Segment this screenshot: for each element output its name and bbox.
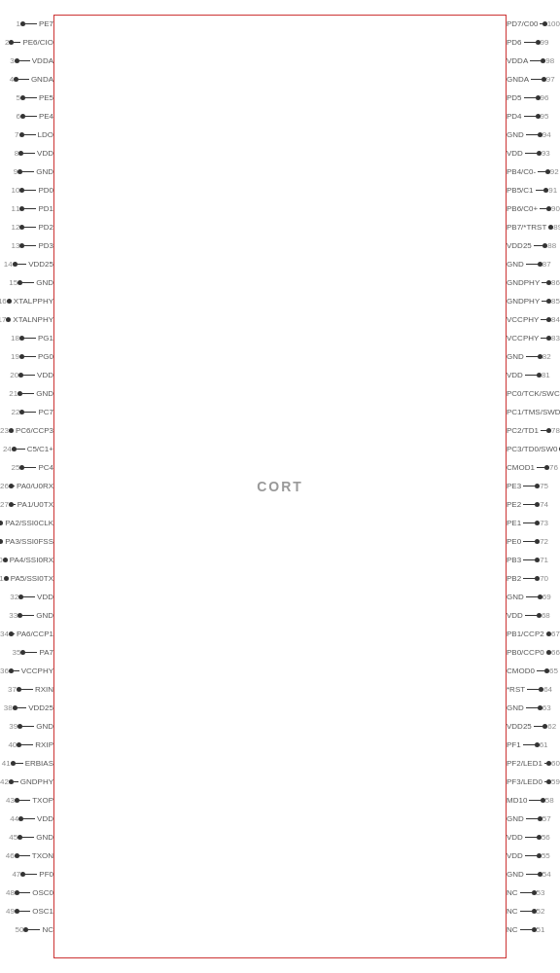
pin-row-right-79: 79 PC1/TMS/SWD10 — [507, 403, 560, 421]
pin-line — [24, 338, 36, 339]
pin-row-right-91: 91 PB5/C1 — [507, 181, 560, 199]
pin-label: PA7 — [37, 648, 53, 657]
pin-row-left-43: 43 TXOP — [0, 791, 53, 810]
pin-number: 50 — [8, 925, 23, 934]
pin-line — [25, 116, 37, 117]
pin-row-right-55: 55 VDD — [507, 847, 560, 865]
pin-label: VDD25 — [26, 260, 53, 269]
pin-row-right-60: 60 PF2/LED1 — [507, 754, 560, 773]
pin-number: 18 — [4, 334, 19, 342]
chip-label-text: CORT — [257, 479, 303, 494]
pin-number: 72 — [540, 537, 555, 546]
pin-number: 100 — [547, 19, 560, 28]
pin-label: PA4/SSI0RX — [8, 556, 53, 564]
pin-line — [524, 42, 536, 43]
pin-number: 73 — [540, 519, 555, 527]
pin-label: GND — [34, 167, 53, 176]
pin-label: PD3 — [36, 241, 53, 250]
pin-label: VDD — [507, 371, 525, 379]
pin-number: 22 — [4, 408, 19, 416]
pins-left: 1 PE7 2 PE6/CIO 3 VDDA 4 GNDA 5 PE5 6 PE… — [0, 15, 53, 939]
pin-label: PF2/LED1 — [507, 759, 544, 768]
pin-number: 1 — [5, 19, 20, 28]
pin-line — [537, 670, 544, 671]
pin-row-right-92: 92 PB4/C0- — [507, 162, 560, 181]
pin-label: PA6/CCP1 — [15, 630, 53, 638]
pin-row-right-94: 94 GND — [507, 126, 560, 144]
pin-row-left-5: 5 PE5 — [0, 89, 53, 107]
pin-label: PC0/TCK/SWCLK — [507, 389, 560, 398]
pin-line — [23, 375, 35, 376]
pin-number: 25 — [4, 463, 19, 472]
pin-number: 21 — [2, 389, 18, 398]
pin-row-right-84: 84 VCCPHY — [507, 310, 560, 329]
pin-line — [526, 818, 538, 819]
pin-label: GND — [507, 352, 526, 361]
pin-label: PC4 — [36, 463, 53, 472]
pin-label: TXOP — [30, 796, 53, 805]
pin-label: VDD — [35, 814, 53, 823]
pin-row-right-61: 61 PF1 — [507, 736, 560, 754]
pin-number: 70 — [540, 574, 555, 583]
pin-row-right-65: 65 CMOD0 — [507, 662, 560, 680]
pin-label: PE2 — [507, 500, 523, 509]
pin-label: PB0/CCP0 — [507, 648, 546, 657]
pin-row-right-98: 98 VDDA — [507, 52, 560, 70]
pin-number: 68 — [542, 611, 557, 620]
pin-number: 46 — [0, 851, 15, 860]
pin-row-right-52: 52 NC — [507, 902, 560, 920]
pin-line — [17, 449, 25, 450]
pin-label: XTALNPHY — [11, 315, 53, 324]
pin-line — [540, 208, 546, 209]
pin-line — [16, 763, 23, 764]
pin-label: PC6/CCP3 — [14, 426, 53, 435]
pin-label: PD5 — [507, 93, 524, 102]
pin-label: PE3 — [507, 482, 523, 490]
pin-row-right-78: 78 PC2/TD1 — [507, 421, 560, 440]
pin-line — [25, 97, 37, 98]
pin-line — [520, 911, 532, 912]
pin-line — [529, 800, 540, 801]
pin-line — [22, 393, 34, 394]
pin-label: VCCPHY — [507, 334, 541, 342]
pin-label: PB4/C0- — [507, 167, 538, 176]
pin-row-left-40: 40 RXIP — [0, 736, 53, 754]
pin-label: GND — [34, 833, 53, 842]
pin-number: 12 — [4, 223, 19, 232]
pin-number: 91 — [548, 186, 560, 195]
pin-label: GND — [507, 260, 526, 269]
pin-label: PD7/C00 — [507, 19, 540, 28]
pin-label: VDDA — [507, 56, 530, 65]
pin-label: GND — [34, 278, 53, 287]
pin-number: 66 — [551, 648, 560, 657]
pin-label: PC1/TMS/SWD10 — [507, 408, 560, 416]
pin-row-right-75: 75 PE3 — [507, 477, 560, 495]
pin-line — [14, 42, 20, 43]
chip-label: CORT — [53, 479, 507, 494]
pin-number: 74 — [540, 500, 555, 509]
pin-number: 41 — [0, 759, 11, 768]
pin-label: VDD — [507, 833, 525, 842]
pin-label: PB2 — [507, 574, 523, 583]
pin-row-left-32: 32 VDD — [0, 588, 53, 606]
pin-label: VCCPHY — [507, 315, 541, 324]
pin-row-right-64: 64 *RST — [507, 680, 560, 699]
pin-label: PD6 — [507, 38, 524, 47]
pin-label: NC — [507, 925, 520, 934]
pin-label: GND — [34, 722, 53, 731]
pin-number: 48 — [0, 888, 15, 897]
pin-number: 19 — [4, 352, 19, 361]
pin-number: 55 — [542, 851, 557, 860]
pin-number: 2 — [0, 38, 9, 47]
pin-label: PE6/CIO — [20, 38, 53, 47]
pin-number: 45 — [2, 833, 18, 842]
pin-label: PF3/LED0 — [507, 777, 544, 786]
pin-line — [526, 264, 538, 265]
pin-line — [24, 190, 36, 191]
pin-label: PB7/*TRST — [507, 223, 548, 232]
pin-line — [526, 596, 538, 597]
pin-label: PE4 — [37, 112, 53, 121]
pin-line — [520, 929, 532, 930]
pin-number: 42 — [0, 777, 9, 786]
pin-label: GNDPHY — [507, 278, 542, 287]
